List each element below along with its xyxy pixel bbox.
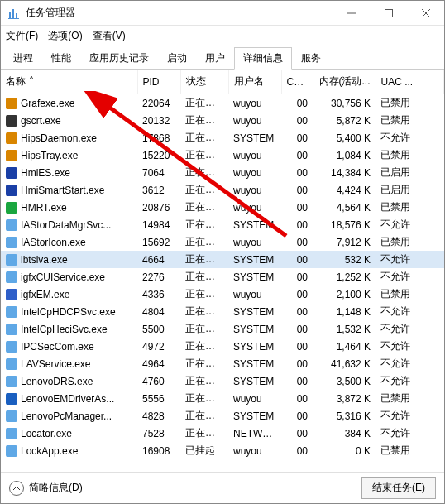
cell-status: 正在运行 [180, 390, 228, 407]
cell-uac: 不允许 [376, 355, 444, 372]
cell-uac: 已禁用 [376, 112, 444, 129]
process-name-cell: IntelCpHDCPSvc.exe [1, 303, 137, 320]
table-row[interactable]: LAVService.exe4964正在运行SYSTEM0041,632 K不允… [1, 355, 444, 372]
cell-pid: 7064 [137, 164, 180, 181]
cell-uac: 不允许 [376, 425, 444, 442]
cell-mem: 5,400 K [313, 129, 376, 146]
col-status[interactable]: 状态 [180, 70, 228, 94]
window-controls [333, 1, 444, 26]
cell-user: wuyou [228, 233, 281, 251]
tab-1[interactable]: 性能 [42, 47, 80, 70]
maximize-button[interactable] [370, 1, 407, 26]
cell-mem: 4,424 K [313, 181, 376, 199]
cell-uac: 不允许 [376, 320, 444, 338]
cell-mem: 5,316 K [313, 407, 376, 425]
tab-0[interactable]: 进程 [4, 47, 42, 70]
minimize-button[interactable] [333, 1, 370, 26]
table-row[interactable]: LenovoEMDriverAs...5556正在运行wuyou003,872 … [1, 390, 444, 407]
col-cpu[interactable]: CPU [281, 70, 313, 94]
table-row[interactable]: Locator.exe7528正在运行NETWOR...00384 K不允许 [1, 425, 444, 442]
table-row[interactable]: HmiSmartStart.exe3612正在运行wuyou004,424 K已… [1, 181, 444, 199]
cell-status: 正在运行 [180, 372, 228, 390]
cell-cpu: 00 [281, 425, 313, 442]
table-row[interactable]: igfxEM.exe4336正在运行wuyou002,100 K已禁用 [1, 286, 444, 303]
cell-user: wuyou [228, 181, 281, 199]
tab-4[interactable]: 用户 [196, 47, 234, 70]
cell-uac: 已禁用 [376, 146, 444, 164]
col-user[interactable]: 用户名 [228, 70, 281, 94]
process-name-cell: LAVService.exe [1, 355, 137, 372]
cell-pid: 14984 [137, 216, 180, 233]
cell-uac: 不允许 [376, 303, 444, 320]
cell-pid: 16908 [137, 442, 180, 459]
tab-5[interactable]: 详细信息 [234, 47, 292, 70]
table-row[interactable]: gscrt.exe20132正在运行wuyou005,872 K已禁用 [1, 112, 444, 129]
col-uac[interactable]: UAC ... [376, 70, 444, 94]
cell-user: wuyou [228, 164, 281, 181]
cell-pid: 5556 [137, 390, 180, 407]
cell-mem: 532 K [313, 251, 376, 268]
cell-pid: 4760 [137, 372, 180, 390]
table-row[interactable]: Grafexe.exe22064正在运行wuyou0030,756 K已禁用 [1, 94, 444, 113]
table-row[interactable]: IPCSecCom.exe4972正在运行SYSTEM001,464 K不允许 [1, 338, 444, 355]
process-icon [6, 271, 17, 283]
cell-user: SYSTEM [228, 251, 281, 268]
cell-mem: 1,464 K [313, 338, 376, 355]
tab-2[interactable]: 应用历史记录 [80, 47, 158, 70]
end-task-button[interactable]: 结束任务(E) [361, 477, 436, 499]
cell-cpu: 00 [281, 181, 313, 199]
table-row[interactable]: HipsTray.exe15220正在运行wuyou001,084 K已禁用 [1, 146, 444, 164]
menu-file[interactable]: 文件(F) [6, 29, 38, 43]
col-mem[interactable]: 内存(活动... [313, 70, 376, 94]
tab-6[interactable]: 服务 [292, 47, 330, 70]
table-row[interactable]: HmiES.exe7064正在运行wuyou0014,384 K已启用 [1, 164, 444, 181]
cell-uac: 不允许 [376, 251, 444, 268]
process-icon [6, 219, 17, 231]
tab-3[interactable]: 启动 [158, 47, 196, 70]
table-row[interactable]: HipsDaemon.exe17868正在运行SYSTEM005,400 K不允… [1, 129, 444, 146]
table-header-row: 名称˄ PID 状态 用户名 CPU 内存(活动... UAC ... [1, 70, 444, 94]
process-icon [6, 410, 17, 422]
table-row[interactable]: IAStorIcon.exe15692正在运行wuyou007,912 K已禁用 [1, 233, 444, 251]
process-icon [6, 132, 17, 144]
menu-view[interactable]: 查看(V) [93, 29, 126, 43]
table-row[interactable]: IntelCpHeciSvc.exe5500正在运行SYSTEM001,532 … [1, 320, 444, 338]
brief-info-toggle[interactable]: 简略信息(D) [9, 481, 83, 496]
process-icon [6, 324, 17, 335]
table-row[interactable]: igfxCUIService.exe2276正在运行SYSTEM001,252 … [1, 268, 444, 286]
cell-mem: 1,532 K [313, 320, 376, 338]
table-row[interactable]: LenovoDRS.exe4760正在运行SYSTEM003,500 K不允许 [1, 372, 444, 390]
process-name-cell: IntelCpHeciSvc.exe [1, 320, 137, 338]
table-row[interactable]: HMRT.exe20876正在运行wuyou004,564 K已禁用 [1, 199, 444, 216]
menu-options[interactable]: 选项(O) [48, 29, 82, 43]
chevron-up-icon [9, 481, 24, 496]
close-button[interactable] [407, 1, 444, 26]
table-row[interactable]: LenovoPcManager...4828正在运行SYSTEM005,316 … [1, 407, 444, 425]
cell-mem: 3,872 K [313, 390, 376, 407]
cell-mem: 4,564 K [313, 199, 376, 216]
process-name-cell: igfxCUIService.exe [1, 268, 137, 286]
cell-cpu: 00 [281, 129, 313, 146]
table-row[interactable]: IntelCpHDCPSvc.exe4804正在运行SYSTEM001,148 … [1, 303, 444, 320]
cell-status: 正在运行 [180, 320, 228, 338]
table-row[interactable]: LockApp.exe16908已挂起wuyou000 K已禁用 [1, 442, 444, 459]
cell-status: 正在运行 [180, 338, 228, 355]
cell-pid: 5500 [137, 320, 180, 338]
cell-user: wuyou [228, 112, 281, 129]
cell-uac: 不允许 [376, 216, 444, 233]
process-table: 名称˄ PID 状态 用户名 CPU 内存(活动... UAC ... Graf… [1, 70, 444, 459]
col-pid[interactable]: PID [137, 70, 180, 94]
process-name-cell: LockApp.exe [1, 442, 137, 459]
cell-status: 正在运行 [180, 425, 228, 442]
cell-user: wuyou [228, 199, 281, 216]
col-name[interactable]: 名称˄ [1, 70, 137, 94]
cell-user: SYSTEM [228, 320, 281, 338]
table-row[interactable]: ibtsiva.exe4664正在运行SYSTEM00532 K不允许 [1, 251, 444, 268]
process-icon [6, 254, 17, 266]
window-title: 任务管理器 [26, 6, 333, 20]
cell-mem: 1,084 K [313, 146, 376, 164]
cell-uac: 不允许 [376, 129, 444, 146]
process-icon [6, 115, 17, 127]
table-row[interactable]: IAStorDataMgrSvc...14984正在运行SYSTEM0018,5… [1, 216, 444, 233]
cell-cpu: 00 [281, 251, 313, 268]
